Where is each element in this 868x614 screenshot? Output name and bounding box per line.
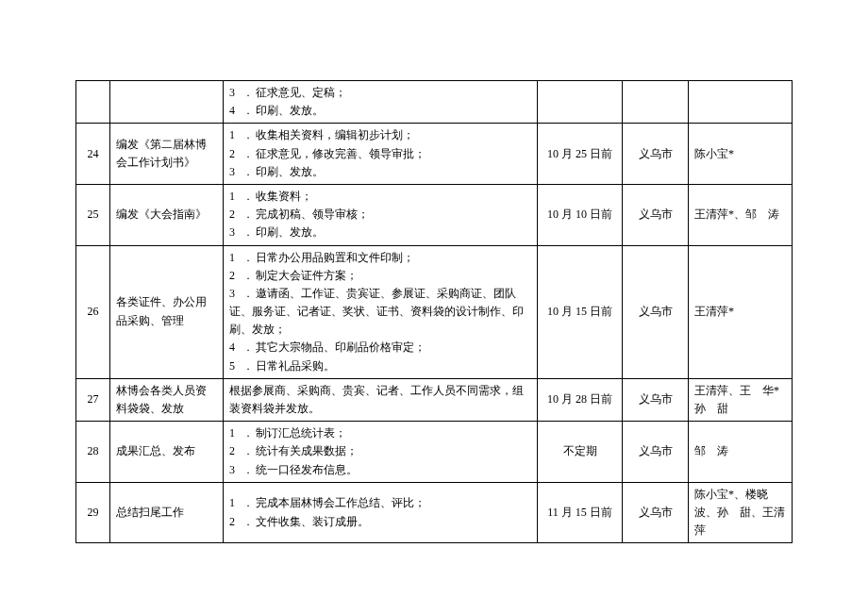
responsible-people: 陈小宝* [689, 124, 793, 185]
step-line: 5．日常礼品采购。 [229, 357, 531, 375]
responsible-people: 陈小宝*、楼晓波、孙 甜、王清萍 [689, 482, 793, 543]
row-number: 29 [76, 482, 110, 543]
task-steps: 1．制订汇总统计表；2．统计有关成果数据；3．统一口径发布信息。 [224, 422, 538, 483]
step-line: 1．收集资料； [229, 188, 531, 206]
task-name: 编发《大会指南》 [110, 184, 224, 245]
step-text: 制定大会证件方案； [256, 269, 358, 282]
step-separator: ． [242, 285, 256, 303]
step-line: 1．日常办公用品购置和文件印制； [229, 249, 531, 267]
step-separator: ． [242, 206, 256, 224]
step-number: 3 [229, 224, 242, 241]
row-number [76, 81, 110, 124]
task-steps: 1．日常办公用品购置和文件印制；2．制定大会证件方案；3．邀请函、工作证、贵宾证… [224, 245, 538, 378]
step-number: 2 [229, 206, 242, 224]
task-name: 编发《第二届林博会工作计划书》 [110, 124, 224, 185]
row-number: 24 [76, 124, 110, 185]
step-text: 其它大宗物品、印刷品价格审定； [256, 340, 426, 354]
responsible-people [689, 81, 793, 124]
step-line: 4．印刷、发放。 [229, 102, 531, 120]
step-text: 完成本届林博会工作总结、评比； [256, 496, 426, 509]
city: 义乌市 [623, 184, 689, 245]
task-steps: 1．完成本届林博会工作总结、评比；2．文件收集、装订成册。 [224, 482, 538, 543]
row-number: 26 [76, 245, 110, 378]
step-text: 根据参展商、采购商、贵宾、记者、工作人员不同需求，组装资料袋并发放。 [229, 384, 524, 415]
work-plan-table: 3．征求意见、定稿；4．印刷、发放。24编发《第二届林博会工作计划书》1．收集相… [75, 80, 793, 543]
step-line: 3．印刷、发放。 [229, 163, 531, 181]
step-text: 征求意见，修改完善、领导审批； [256, 147, 426, 160]
table-row: 26各类证件、办公用品采购、管理1．日常办公用品购置和文件印制；2．制定大会证件… [76, 245, 793, 378]
step-text: 完成初稿、领导审核； [256, 207, 369, 221]
due-date: 不定期 [538, 422, 623, 483]
step-text: 印刷、发放。 [256, 225, 324, 239]
row-number: 27 [76, 378, 110, 421]
step-number: 1 [229, 249, 242, 267]
step-number: 2 [229, 442, 242, 460]
step-separator: ． [242, 267, 256, 285]
step-line: 4．其它大宗物品、印刷品价格审定； [229, 339, 531, 357]
step-number: 4 [229, 102, 242, 120]
step-text: 收集资料； [256, 190, 312, 203]
due-date: 10 月 15 日前 [538, 245, 623, 378]
step-number: 5 [229, 357, 242, 375]
step-line: 1．完成本届林博会工作总结、评比； [229, 494, 531, 512]
step-line: 3．统一口径发布信息。 [229, 461, 531, 479]
step-separator: ． [242, 249, 256, 267]
step-line: 2．统计有关成果数据； [229, 442, 531, 460]
due-date: 11 月 15 日前 [538, 482, 623, 543]
task-steps: 1．收集相关资料，编辑初步计划；2．征求意见，修改完善、领导审批；3．印刷、发放… [224, 124, 538, 185]
step-number: 2 [229, 145, 242, 163]
step-number: 3 [229, 461, 242, 479]
task-name: 总结扫尾工作 [110, 482, 224, 543]
table-row: 28成果汇总、发布1．制订汇总统计表；2．统计有关成果数据；3．统一口径发布信息… [76, 422, 793, 483]
step-text: 印刷、发放。 [256, 104, 324, 117]
step-separator: ． [242, 102, 256, 120]
step-separator: ． [242, 126, 256, 144]
city: 义乌市 [623, 124, 689, 185]
step-separator: ． [242, 224, 256, 241]
step-line: 3．邀请函、工作证、贵宾证、参展证、采购商证、团队证、服务证、记者证、奖状、证书… [229, 285, 531, 340]
responsible-people: 邹 涛 [689, 422, 793, 483]
row-number: 25 [76, 184, 110, 245]
step-number: 1 [229, 424, 242, 442]
step-text: 制订汇总统计表； [256, 426, 346, 440]
step-number: 1 [229, 494, 242, 512]
row-number: 28 [76, 422, 110, 483]
responsible-people: 王清萍*、邹 涛 [689, 184, 793, 245]
table-row: 3．征求意见、定稿；4．印刷、发放。 [76, 81, 793, 124]
due-date [538, 81, 623, 124]
step-separator: ． [242, 357, 256, 375]
city: 义乌市 [623, 482, 689, 543]
step-number: 3 [229, 285, 242, 303]
task-steps: 3．征求意见、定稿；4．印刷、发放。 [224, 81, 538, 124]
step-line: 2．完成初稿、领导审核； [229, 206, 531, 224]
step-separator: ． [242, 513, 256, 531]
city [623, 81, 689, 124]
step-separator: ． [242, 339, 256, 357]
task-steps: 1．收集资料；2．完成初稿、领导审核；3．印刷、发放。 [224, 184, 538, 245]
step-number: 4 [229, 339, 242, 357]
task-name: 成果汇总、发布 [110, 422, 224, 483]
step-separator: ． [242, 494, 256, 512]
table-row: 25编发《大会指南》1．收集资料；2．完成初稿、领导审核；3．印刷、发放。10 … [76, 184, 793, 245]
step-separator: ． [242, 145, 256, 163]
step-number: 3 [229, 163, 242, 181]
step-line: 3．征求意见、定稿； [229, 84, 531, 102]
step-text: 文件收集、装订成册。 [256, 515, 369, 528]
step-text: 日常办公用品购置和文件印制； [256, 251, 414, 264]
step-number: 2 [229, 513, 242, 531]
step-text: 印刷、发放。 [256, 165, 324, 178]
step-number: 2 [229, 267, 242, 285]
step-text: 收集相关资料，编辑初步计划； [256, 128, 414, 141]
task-name: 各类证件、办公用品采购、管理 [110, 245, 224, 378]
task-steps: 根据参展商、采购商、贵宾、记者、工作人员不同需求，组装资料袋并发放。 [224, 378, 538, 421]
step-number: 3 [229, 84, 242, 102]
due-date: 10 月 25 日前 [538, 124, 623, 185]
task-name [110, 81, 224, 124]
step-line: 3．印刷、发放。 [229, 224, 531, 241]
step-separator: ． [242, 163, 256, 181]
step-separator: ． [242, 442, 256, 460]
step-text: 邀请函、工作证、贵宾证、参展证、采购商证、团队证、服务证、记者证、奖状、证书、资… [229, 287, 524, 336]
step-separator: ． [242, 461, 256, 479]
step-line: 2．文件收集、装订成册。 [229, 513, 531, 531]
step-separator: ． [242, 188, 256, 206]
